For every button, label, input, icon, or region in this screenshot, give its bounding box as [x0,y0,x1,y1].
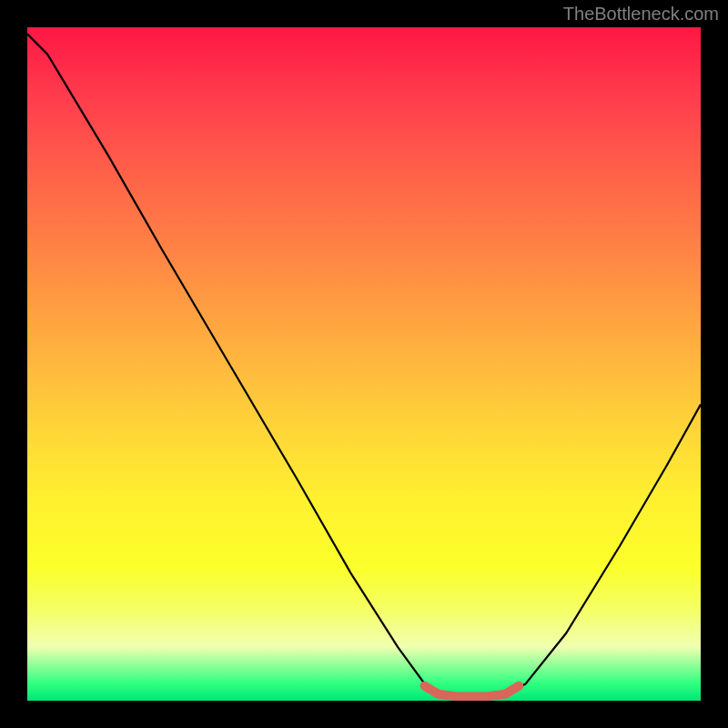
plot-area [27,27,701,701]
watermark-text: TheBottleneck.com [563,4,719,25]
highlight-svg [27,27,701,701]
optimal-range-highlight [425,686,520,697]
